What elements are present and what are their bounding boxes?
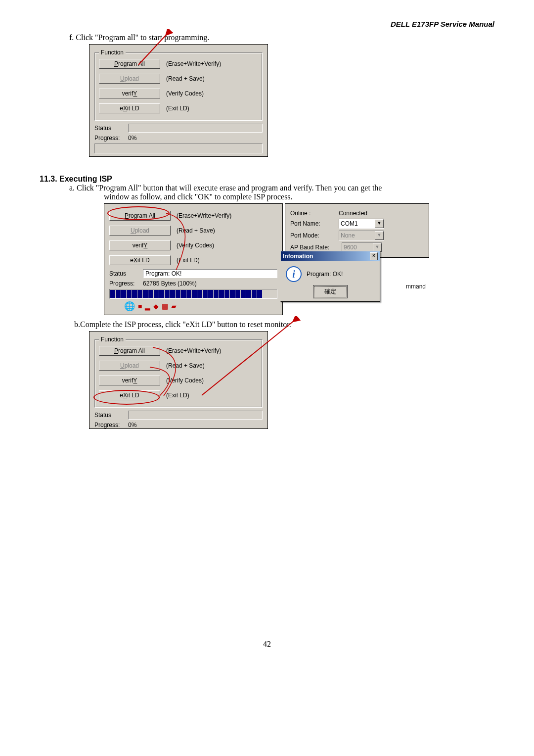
- function-legend: Function: [99, 336, 126, 343]
- program-all-button[interactable]: Program All: [109, 211, 171, 221]
- progress-value: 0%: [128, 135, 136, 142]
- screenshot-1: Function Program All (Erase+Write+Verify…: [89, 44, 268, 157]
- globe-icon: 🌐: [124, 301, 135, 312]
- chevron-down-icon[interactable]: ▼: [375, 219, 384, 228]
- verify-button[interactable]: verifY: [99, 89, 160, 98]
- exit-ld-button[interactable]: eXit LD: [99, 103, 160, 113]
- callout-swoosh-1: [164, 211, 218, 277]
- screenshot-2: Program All (Erase+Write+Verify) Upload …: [104, 203, 494, 315]
- verify-button[interactable]: verifY: [109, 240, 171, 250]
- upload-desc: (Read + Save): [166, 75, 205, 82]
- callout-arrow-3: [193, 316, 302, 400]
- portmode-label: Port Mode:: [290, 232, 335, 239]
- baud-label: AP Baud Rate:: [290, 244, 338, 251]
- online-label: Online :: [290, 210, 335, 217]
- taskbar-icon: ■: [138, 302, 142, 310]
- progress-bar: [94, 143, 263, 153]
- step-a-text-2: window as follow, and click "OK" to comp…: [104, 192, 494, 201]
- online-value: Connected: [339, 210, 367, 217]
- function-legend: Function: [99, 49, 126, 56]
- status-label: Status: [94, 125, 125, 132]
- portname-combo[interactable]: COM1 ▼: [339, 219, 384, 229]
- progress-label: Progress:: [94, 135, 125, 142]
- info-msgbox: Infomation × i Program: OK! 確定: [280, 251, 380, 302]
- cutoff-text: mmand: [406, 283, 426, 290]
- portmode-combo: None ▼: [339, 231, 384, 240]
- chevron-down-icon: ▼: [375, 231, 384, 240]
- ok-button[interactable]: 確定: [314, 286, 347, 297]
- step-a-text-1: a. Click "Program All" button that will …: [69, 184, 494, 192]
- taskbar-icons: 🌐 ■ ▂ ◆ ▤ ▰: [109, 301, 277, 312]
- progress-bar-full: [109, 289, 277, 299]
- msgbox-text: Program: OK!: [307, 271, 343, 278]
- screenshot-3: Function Program All (Erase+Write+Verify…: [89, 331, 268, 429]
- program-all-desc: (Erase+Write+Verify): [166, 60, 221, 67]
- status-field: [128, 411, 263, 420]
- msgbox-title: Infomation: [283, 253, 313, 260]
- verify-desc: (Verify Codes): [166, 90, 204, 97]
- exit-desc: (Exit LD): [166, 105, 189, 112]
- page-number: 42: [40, 640, 494, 649]
- upload-button: Upload: [99, 74, 160, 84]
- portname-label: Port Name:: [290, 220, 335, 227]
- status-field: [128, 124, 263, 133]
- document-header: DELL E173FP Service Manual: [40, 20, 494, 28]
- close-icon[interactable]: ×: [370, 252, 378, 260]
- comm-settings-panel: Online : Connected Port Name: COM1 ▼ Por…: [285, 203, 429, 258]
- section-title: 11.3. Executing ISP: [40, 175, 494, 184]
- upload-button: Upload: [109, 226, 171, 236]
- progress-value: 62785 Bytes (100%): [143, 280, 197, 287]
- progress-value: 0%: [128, 422, 136, 428]
- exit-ld-button[interactable]: eXit LD: [109, 255, 171, 265]
- info-icon: i: [286, 266, 302, 282]
- svg-line-0: [138, 32, 169, 65]
- callout-arrow-1: [129, 29, 173, 74]
- svg-line-1: [202, 319, 297, 395]
